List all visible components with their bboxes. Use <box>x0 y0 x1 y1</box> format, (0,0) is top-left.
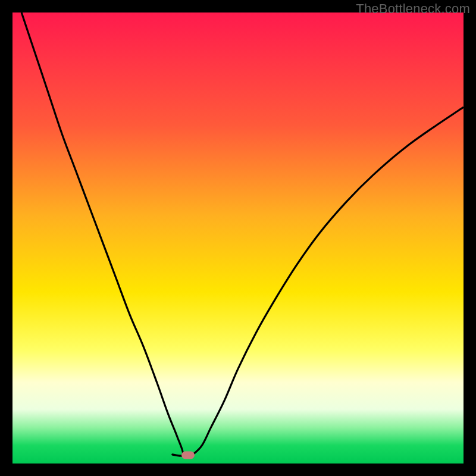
bottleneck-curve <box>12 12 464 464</box>
minimum-marker <box>181 452 195 459</box>
watermark-text: TheBottleneck.com <box>356 1 470 17</box>
curve-path <box>21 12 464 456</box>
chart-plot-area <box>12 12 464 464</box>
